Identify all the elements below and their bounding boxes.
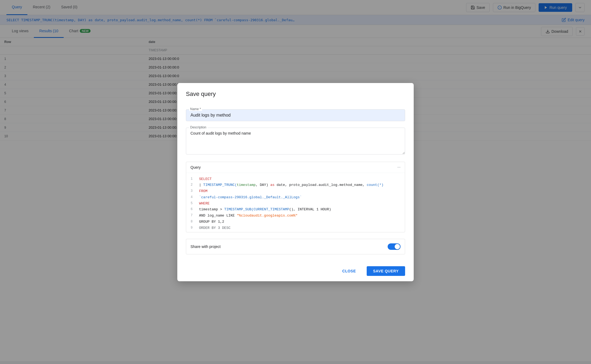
line-number: 1: [186, 176, 197, 182]
line-content: AND log_name LIKE "%cloudaudit.googleapi…: [197, 213, 300, 219]
save-query-modal: Save query Name * Description Count of a…: [177, 83, 414, 281]
line-number: 8: [186, 219, 197, 225]
line-number: 3: [186, 189, 197, 194]
modal-overlay: Save query Name * Description Count of a…: [0, 0, 591, 364]
line-number: 2: [186, 182, 197, 188]
toggle-knob: [395, 244, 400, 249]
code-line: 8GROUP BY 1,2: [186, 219, 405, 225]
modal-header: Save query: [177, 83, 414, 103]
description-field-group: Description Count of audit logs by metho…: [186, 128, 405, 155]
close-button[interactable]: CLOSE: [336, 266, 362, 276]
line-content: `careful-compass-290316.global._Default.…: [197, 195, 304, 200]
share-toggle-row: Share with project: [186, 239, 405, 254]
name-label: Name *: [189, 107, 202, 111]
query-code-body: 1SELECT2 | TIMESTAMP_TRUNC(timestamp, DA…: [186, 173, 405, 232]
code-line: 6 timestamp > TIMESTAMP_SUB(CURRENT_TIME…: [186, 207, 405, 213]
line-number: 4: [186, 195, 197, 200]
query-preview-section: Query — 1SELECT2 | TIMESTAMP_TRUNC(times…: [186, 162, 405, 232]
description-label: Description: [189, 125, 207, 129]
line-content: FROM: [197, 189, 210, 194]
line-number: 5: [186, 201, 197, 207]
code-line: 7 AND log_name LIKE "%cloudaudit.googlea…: [186, 213, 405, 219]
code-line: 1SELECT: [186, 176, 405, 182]
line-content: ORDER BY 3 DESC: [197, 225, 233, 231]
code-line: 3FROM: [186, 188, 405, 194]
line-content: WHERE: [197, 201, 212, 207]
code-line: 4 `careful-compass-290316.global._Defaul…: [186, 194, 405, 201]
share-label: Share with project: [190, 244, 221, 249]
line-content: GROUP BY 1,2: [197, 219, 226, 225]
name-field-group: Name *: [186, 109, 405, 121]
line-content: | TIMESTAMP_TRUNC(timestamp, DAY) as dat…: [197, 182, 386, 188]
modal-body: Name * Description Count of audit logs b…: [177, 103, 414, 261]
query-scrollbar-indicator: —: [397, 165, 401, 170]
line-number: 6: [186, 207, 197, 212]
name-input[interactable]: [186, 109, 405, 121]
line-number: 7: [186, 213, 197, 219]
query-label: Query: [190, 165, 201, 170]
line-number: 9: [186, 225, 197, 231]
line-content: timestamp > TIMESTAMP_SUB(CURRENT_TIMEST…: [197, 207, 333, 212]
modal-footer: CLOSE SAVE QUERY: [177, 261, 414, 281]
modal-title: Save query: [186, 91, 405, 98]
query-preview-header: Query —: [186, 162, 405, 173]
share-toggle[interactable]: [388, 243, 401, 250]
code-line: 2 | TIMESTAMP_TRUNC(timestamp, DAY) as d…: [186, 182, 405, 188]
code-line: 9ORDER BY 3 DESC: [186, 225, 405, 231]
description-textarea[interactable]: Count of audit logs by method name: [186, 128, 405, 154]
save-query-button[interactable]: SAVE QUERY: [367, 266, 405, 276]
code-line: 5WHERE: [186, 201, 405, 207]
line-content: SELECT: [197, 176, 214, 182]
